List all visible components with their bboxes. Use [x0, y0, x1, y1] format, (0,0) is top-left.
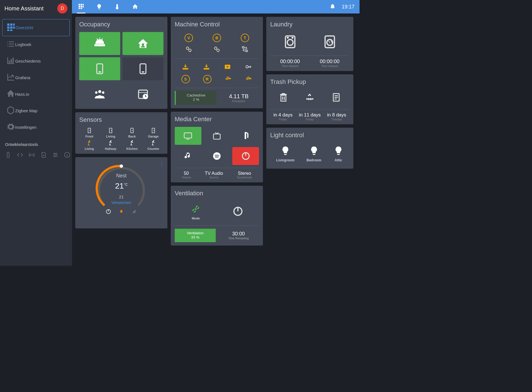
- tab-climate[interactable]: [113, 0, 121, 13]
- light-livingroom[interactable]: Livingroom: [276, 146, 294, 162]
- play-icon[interactable]: [224, 63, 231, 72]
- washer-icon[interactable]: [283, 35, 297, 50]
- power-icon[interactable]: [106, 209, 111, 214]
- dev-code-icon[interactable]: [17, 152, 23, 159]
- sensor-door-back[interactable]: Back: [122, 127, 142, 138]
- sidebar-item-grafana[interactable]: Grafana: [2, 69, 70, 86]
- dev-file-icon[interactable]: [40, 152, 47, 159]
- grid-icon: [6, 23, 15, 33]
- topbar: 19:17: [72, 0, 360, 13]
- card-title: Laundry: [270, 21, 349, 28]
- card-title: Machine Control: [175, 21, 259, 28]
- media-music[interactable]: [175, 147, 201, 165]
- download-icon-1[interactable]: [182, 63, 189, 72]
- machine-r[interactable]: R: [203, 75, 212, 83]
- machine-s[interactable]: S: [181, 75, 190, 83]
- card-title: Media Center: [175, 116, 259, 123]
- occupancy-phone-2[interactable]: [122, 57, 163, 80]
- sensor-door-garage[interactable]: Garage: [143, 127, 163, 138]
- dev-broadcast-icon[interactable]: [29, 152, 35, 159]
- dev-sliders-icon[interactable]: [52, 152, 58, 159]
- dev-remote-icon[interactable]: [5, 152, 11, 159]
- media-tv[interactable]: [175, 127, 201, 145]
- occupancy-phone-1[interactable]: [79, 57, 120, 80]
- sensor-motion-kitchen[interactable]: Kitchen: [122, 140, 142, 150]
- key-icon[interactable]: [245, 63, 252, 72]
- dryer-icon[interactable]: [323, 35, 337, 50]
- trash-3-time: in 8 daysTuesday: [327, 112, 346, 121]
- sidebar-item-geschiedenis[interactable]: Geschiedenis: [2, 53, 70, 69]
- card-thermostat[interactable]: ⋮ Nest 21°C 21 Verwarmen: [75, 157, 167, 228]
- card-media: Media Center 50Volume TV AudioSource Ste…: [171, 112, 263, 182]
- card-machine: Machine Control V B T: [171, 17, 263, 108]
- gears-icon-1[interactable]: [185, 45, 192, 54]
- avatar[interactable]: D: [57, 3, 67, 13]
- media-soundmode[interactable]: StereoSoundmode: [237, 171, 252, 179]
- card-title: Sensors: [79, 116, 163, 123]
- tab-dashboard[interactable]: [77, 0, 85, 13]
- media-power[interactable]: [232, 147, 259, 165]
- tab-home[interactable]: [131, 0, 139, 13]
- media-tvold[interactable]: [204, 127, 230, 145]
- trash-icon[interactable]: [278, 92, 288, 104]
- tab-lights[interactable]: [95, 0, 103, 13]
- more-icon[interactable]: ⋮: [159, 161, 164, 167]
- thermostat-temp: 21°C: [80, 182, 163, 191]
- freespace-stat[interactable]: 4.11 TB Freespace: [219, 91, 259, 105]
- ventilation-power[interactable]: [233, 206, 243, 218]
- docker-icon-1[interactable]: [225, 75, 232, 83]
- recycle-icon[interactable]: [305, 92, 315, 104]
- ventilation-time[interactable]: 30:00 Time Remaining: [218, 229, 259, 242]
- cachedrive-stat[interactable]: Cachedrive 2 %: [175, 91, 216, 105]
- sensor-motion-living[interactable]: Living: [79, 140, 99, 150]
- machine-b[interactable]: B: [213, 34, 221, 42]
- leaf-icon[interactable]: [131, 209, 137, 214]
- machine-v[interactable]: V: [185, 34, 193, 42]
- sidebar-item-hassio[interactable]: Hass.io: [2, 86, 70, 102]
- card-ventilation: Ventilation Mode Ventilation 33 % 30:: [171, 186, 263, 246]
- occupancy-alarm[interactable]: [79, 32, 120, 55]
- sensor-motion-hallway[interactable]: Hallway: [101, 140, 121, 150]
- sidebar-item-overzicht[interactable]: Overzicht: [2, 19, 70, 36]
- gears-icon-2[interactable]: [213, 45, 220, 54]
- bar-icon: [6, 56, 15, 66]
- sensor-motion-counter[interactable]: Counter: [143, 140, 163, 150]
- dryer-time: 00:00:00Time elapsed: [320, 59, 339, 68]
- occupancy-calendar[interactable]: [122, 82, 163, 106]
- light-bedroom[interactable]: Bedroom: [306, 146, 321, 162]
- ventilation-pct[interactable]: Ventilation 33 %: [175, 229, 216, 242]
- ventilation-mode[interactable]: Mode: [190, 204, 201, 220]
- card-occupancy: Occupancy: [75, 17, 167, 109]
- sidebar-item-zigbee[interactable]: Zigbee Map: [2, 102, 70, 119]
- media-volume[interactable]: 50Volume: [182, 171, 191, 179]
- card-light: Light control Livingroom Bedroom Attic: [266, 128, 353, 169]
- sensor-door-front[interactable]: Front: [79, 127, 99, 138]
- thermostat-name: Nest: [80, 173, 163, 179]
- download-icon-2[interactable]: [203, 63, 210, 72]
- trash-2-time: in 11 daysFriday: [299, 112, 321, 121]
- thermostat-mode: Verwarmen: [80, 200, 163, 205]
- card-sensors: Sensors Front Living Back Garage Living …: [75, 112, 167, 154]
- media-ps[interactable]: [232, 127, 259, 145]
- media-spotify[interactable]: [204, 147, 230, 165]
- sidebar-item-logboek[interactable]: Logboek: [2, 36, 70, 53]
- app-title: Home Assistant: [4, 5, 44, 12]
- machine-t[interactable]: T: [241, 34, 249, 42]
- bell-icon[interactable]: [329, 3, 336, 11]
- media-source[interactable]: TV AudioSource: [205, 171, 223, 179]
- sensor-door-living[interactable]: Living: [101, 127, 121, 138]
- light-attic[interactable]: Attic: [333, 146, 344, 162]
- docker-icon-2[interactable]: [245, 75, 253, 83]
- sidebar-item-instellingen[interactable]: Instellingen: [2, 119, 70, 136]
- route-icon[interactable]: [241, 45, 249, 54]
- dev-tools-heading: Ontwikkelaarstools: [0, 138, 72, 150]
- occupancy-people[interactable]: [79, 82, 120, 106]
- dev-info-icon[interactable]: [64, 152, 70, 159]
- occupancy-home[interactable]: [122, 32, 163, 55]
- card-trash: Trash Pickup in 4 daysFriday in 11 daysF…: [266, 74, 353, 124]
- fire-icon[interactable]: [119, 209, 124, 214]
- ha-icon: [6, 89, 15, 99]
- paper-icon[interactable]: [331, 92, 341, 104]
- card-title: Light control: [270, 132, 349, 139]
- main: 19:17 Occupancy Sensors Front: [72, 0, 360, 266]
